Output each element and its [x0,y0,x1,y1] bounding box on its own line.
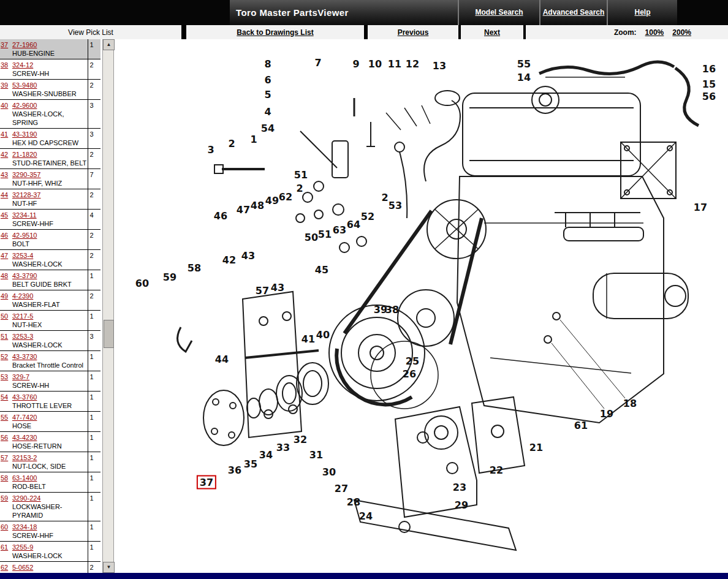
diagram-callout[interactable]: 22 [490,464,503,476]
diagram-callout[interactable]: 24 [359,510,373,522]
part-number-link[interactable]: 3290-357 [12,171,41,178]
diagram-callout[interactable]: 28 [347,496,360,508]
diagram-callout[interactable]: 18 [623,398,637,409]
part-number-link[interactable]: 27-1960 [12,41,37,48]
diagram-callout[interactable]: 2 [228,138,235,149]
diagram-callout[interactable]: 26 [403,368,416,380]
diagram-callout[interactable]: 9 [352,58,359,70]
diagram-callout[interactable]: 64 [347,219,360,230]
part-item-link[interactable]: 47 [1,252,8,259]
diagram-callout[interactable]: 8 [264,58,271,70]
part-item-link[interactable]: 42 [1,151,8,158]
next-link[interactable]: Next [461,25,523,39]
scrollbar-up-arrow-icon[interactable]: ▲ [103,39,115,50]
part-item-link[interactable]: 56 [1,434,8,441]
diagram-callout[interactable]: 5 [264,89,271,100]
part-number-link[interactable]: 32128-37 [12,191,41,199]
part-number-link[interactable]: 43-3790 [12,272,37,279]
diagram-callout[interactable]: 42 [222,254,236,266]
diagram-callout[interactable]: 53 [389,200,402,211]
part-number-link[interactable]: 329-7 [12,373,29,380]
help-link[interactable]: Help [607,0,677,25]
part-number-link[interactable]: 3217-5 [12,312,33,320]
part-number-link[interactable]: 3253-3 [12,333,33,340]
part-item-link[interactable]: 38 [1,61,8,69]
diagram-callout[interactable]: 17 [694,202,707,213]
advanced-search-link[interactable]: Advanced Search [539,0,607,25]
part-item-link[interactable]: 52 [1,353,8,360]
diagram-callout[interactable]: 29 [455,499,468,511]
diagram-callout[interactable]: 55 [517,58,531,70]
part-number-link[interactable]: 47-7420 [12,414,37,421]
diagram-callout[interactable]: 1 [250,134,257,145]
part-item-link[interactable]: 54 [1,393,8,401]
part-item-link[interactable]: 50 [1,312,8,320]
part-item-link[interactable]: 51 [1,333,8,340]
part-item-link[interactable]: 48 [1,272,8,279]
back-to-drawings-list-link[interactable]: Back to Drawings List [186,25,364,39]
part-number-link[interactable]: 42-9510 [12,232,37,239]
zoom-100-link[interactable]: 100% [645,28,664,37]
diagram-callout[interactable]: 47 [237,204,250,216]
diagram-callout[interactable]: 41 [301,333,315,345]
diagram-callout[interactable]: 38 [385,304,399,316]
part-number-link[interactable]: 3255-9 [12,543,33,551]
part-number-link[interactable]: 21-1820 [12,151,37,158]
part-number-link[interactable]: 3290-224 [12,494,41,502]
part-number-link[interactable]: 32153-2 [12,454,37,461]
diagram-callout[interactable]: 49 [265,195,279,206]
diagram-callout[interactable]: 63 [333,224,346,236]
diagram-callout[interactable]: 11 [388,58,401,70]
diagram-callout[interactable]: 59 [163,271,176,283]
diagram-callout[interactable]: 40 [316,329,330,341]
diagram-callout[interactable]: 25 [406,355,419,367]
part-item-link[interactable]: 60 [1,523,8,531]
diagram-callout[interactable]: 51 [294,169,308,181]
part-number-link[interactable]: 53-9480 [12,81,37,89]
diagram-callout[interactable]: 7 [314,57,321,69]
part-item-link[interactable]: 53 [1,373,8,380]
diagram-callout[interactable]: 50 [305,232,318,243]
diagram-callout[interactable]: 56 [702,91,716,102]
diagram-callout[interactable]: 23 [453,482,466,493]
part-number-link[interactable]: 324-12 [12,61,33,69]
diagram-callout[interactable]: 44 [215,354,229,365]
diagram-callout[interactable]: 34 [259,449,273,461]
diagram-callout[interactable]: 21 [529,442,543,453]
diagram-callout[interactable]: 43 [271,282,284,293]
diagram-callout[interactable]: 10 [368,58,382,70]
diagram-callout[interactable]: 36 [228,464,241,476]
diagram-callout[interactable]: 12 [406,58,419,70]
part-item-link[interactable]: 59 [1,494,8,502]
part-item-link[interactable]: 44 [1,191,8,199]
part-number-link[interactable]: 43-4230 [12,434,37,441]
diagram-callout[interactable]: 32 [294,434,307,445]
part-number-link[interactable]: 3234-11 [12,211,37,219]
diagram-callout[interactable]: 52 [361,211,374,222]
diagram-callout[interactable]: 15 [702,78,716,90]
part-number-link[interactable]: 43-3730 [12,353,37,360]
diagram-callout[interactable]: 60 [135,278,149,289]
part-item-link[interactable]: 55 [1,414,8,421]
diagram-callout[interactable]: 2 [381,192,388,203]
part-item-link[interactable]: 45 [1,211,8,219]
part-item-link[interactable]: 40 [1,102,8,109]
part-item-link[interactable]: 41 [1,131,8,138]
part-number-link[interactable]: 42-9600 [12,102,37,109]
diagram-callout[interactable]: 31 [309,449,323,461]
part-number-link[interactable]: 43-3190 [12,131,37,138]
part-number-link[interactable]: 3234-18 [12,523,37,531]
part-item-link[interactable]: 46 [1,232,8,239]
part-item-link[interactable]: 37 [1,41,8,48]
diagram-callout[interactable]: 27 [335,483,348,494]
diagram-callout[interactable]: 54 [261,123,275,134]
scrollbar-down-arrow-icon[interactable]: ▼ [103,562,115,573]
diagram-callout[interactable]: 62 [279,191,292,203]
diagram-callout-selected[interactable]: 37 [197,475,216,490]
part-item-link[interactable]: 43 [1,171,8,178]
part-item-link[interactable]: 62 [1,564,8,571]
part-item-link[interactable]: 61 [1,543,8,551]
previous-link[interactable]: Previous [368,25,458,39]
part-number-link[interactable]: 4-2390 [12,292,33,300]
part-number-link[interactable]: 3253-4 [12,252,33,259]
